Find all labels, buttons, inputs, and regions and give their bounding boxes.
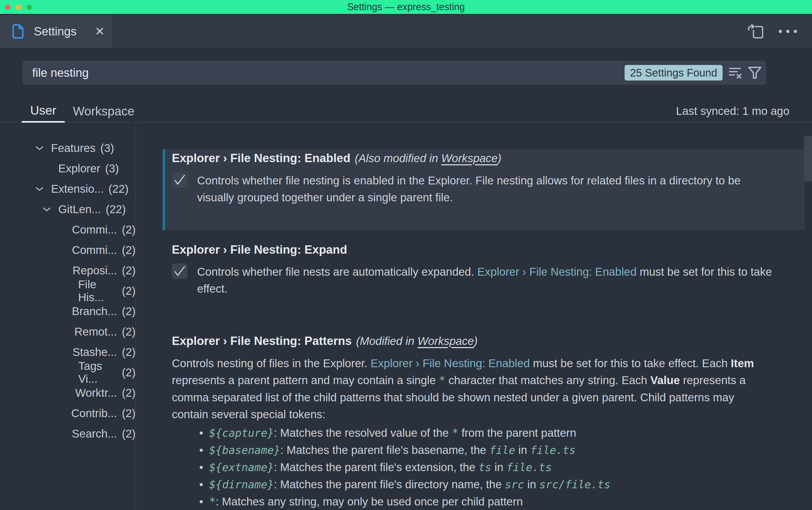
- workspace-link[interactable]: Workspace: [417, 335, 474, 347]
- desc-text: : Matches the parent file's directory na…: [274, 478, 505, 491]
- traffic-lights: [0, 0, 32, 14]
- setting-row[interactable]: Explorer › File Nesting: Enabled(Also mo…: [163, 149, 805, 230]
- desc-text: Item: [731, 357, 754, 370]
- token-list: ${capture}: Matches the resolved value o…: [172, 424, 794, 510]
- desc-text: ${capture}: [209, 427, 274, 439]
- desc-text: Value: [650, 374, 680, 387]
- token-text: ${extname}: Matches the parent file's ex…: [209, 459, 552, 476]
- desc-text: *: [209, 496, 215, 508]
- desc-text: character that matches any string. Each: [445, 374, 650, 387]
- token-list-item: ${extname}: Matches the parent file's ex…: [172, 459, 794, 476]
- setting-title: Explorer › File Nesting: Patterns: [172, 334, 352, 347]
- setting-description: Controls whether file nests are automati…: [197, 263, 777, 297]
- desc-text: represents a parent pattern and may cont…: [172, 374, 439, 387]
- desc-text: must be set for this to take effect. Eac…: [530, 357, 731, 370]
- tab-settings[interactable]: Settings ✕: [0, 15, 112, 48]
- tab-label: Settings: [34, 25, 77, 38]
- last-synced-status: Last synced: 1 mo ago: [676, 99, 789, 123]
- setting-title-line: Explorer › File Nesting: Expand: [172, 242, 794, 257]
- desc-text: in: [524, 478, 539, 491]
- setting-title-line: Explorer › File Nesting: Patterns(Modifi…: [172, 334, 794, 349]
- desc-text: Controls whether file nests are automati…: [197, 266, 477, 278]
- setting-row[interactable]: Explorer › File Nesting: ExpandControls …: [163, 241, 805, 321]
- desc-text: ts: [478, 461, 491, 474]
- checkmark-icon: [173, 265, 186, 277]
- setting-control: Controls whether file nests are automati…: [172, 263, 794, 297]
- settings-file-icon: [12, 24, 24, 39]
- desc-text: src: [505, 478, 524, 491]
- open-settings-json-icon[interactable]: [747, 23, 765, 40]
- desc-text: : Matches any string, may only be used o…: [215, 495, 523, 508]
- desc-text: file: [489, 444, 515, 456]
- tab-workspace[interactable]: Workspace: [65, 99, 142, 123]
- results-count-badge: 25 Settings Found: [625, 65, 723, 81]
- desc-text: file.ts: [506, 461, 552, 474]
- setting-description: Controls whether file nesting is enabled…: [197, 172, 777, 206]
- desc-text: ${basename}: [209, 444, 280, 456]
- setting-title: Explorer › File Nesting: Enabled: [172, 151, 350, 164]
- scrollbar-thumb[interactable]: [804, 136, 812, 182]
- setting-row[interactable]: Explorer › File Nesting: Patterns(Modifi…: [163, 332, 805, 510]
- checkmark-icon: [173, 174, 186, 186]
- window-title: Settings — express_testing: [347, 1, 465, 12]
- desc-text: src/file.ts: [539, 478, 610, 491]
- modified-note-prefix: (Modified in: [356, 335, 417, 347]
- setting-control: Controls whether file nesting is enabled…: [172, 172, 794, 206]
- close-tab-icon[interactable]: ✕: [95, 26, 105, 37]
- token-list-item: ${capture}: Matches the resolved value o…: [172, 424, 794, 442]
- setting-description: Controls nesting of files in the Explore…: [172, 355, 773, 423]
- desc-text: : Matches the resolved value of the: [274, 426, 452, 439]
- settings-list: Explorer › File Nesting: Enabled(Also mo…: [0, 123, 812, 510]
- token-text: ${capture}: Matches the resolved value o…: [209, 424, 576, 442]
- setting-reference-link[interactable]: Explorer › File Nesting: Enabled: [477, 266, 637, 278]
- token-list-item: ${dirname}: Matches the parent file's di…: [172, 476, 794, 493]
- desc-text: in: [515, 444, 530, 456]
- close-window-button[interactable]: [5, 5, 10, 10]
- setting-title-line: Explorer › File Nesting: Enabled(Also mo…: [172, 151, 794, 166]
- window-titlebar: Settings — express_testing: [0, 0, 812, 14]
- desc-text: in: [491, 461, 506, 474]
- clear-search-results-icon[interactable]: [728, 66, 742, 80]
- token-list-item: ${basename}: Matches the parent file's b…: [172, 442, 794, 459]
- modified-note: (Also modified in Workspace): [355, 152, 501, 164]
- minimize-window-button[interactable]: [16, 5, 21, 10]
- token-text: *: Matches any string, may only be used …: [209, 493, 523, 510]
- zoom-window-button[interactable]: [27, 5, 32, 10]
- desc-text: *: [439, 374, 445, 387]
- editor-tab-strip: Settings ✕: [0, 15, 812, 48]
- setting-title: Explorer › File Nesting: Expand: [172, 243, 347, 256]
- setting-checkbox[interactable]: [172, 172, 187, 188]
- modified-note: (Modified in Workspace): [356, 335, 478, 347]
- desc-text: : Matches the parent file's basename, th…: [280, 444, 489, 456]
- token-text: ${basename}: Matches the parent file's b…: [209, 442, 575, 459]
- setting-reference-link[interactable]: Explorer › File Nesting: Enabled: [371, 357, 530, 370]
- desc-text: ${dirname}: [209, 478, 274, 491]
- desc-text: Controls nesting of files in the Explore…: [172, 357, 371, 370]
- modified-note-suffix: ): [498, 152, 501, 164]
- modified-note-suffix: ): [474, 335, 478, 347]
- token-text: ${dirname}: Matches the parent file's di…: [209, 476, 610, 493]
- desc-text: : Matches the parent file's extension, t…: [274, 461, 478, 474]
- desc-text: file.ts: [530, 444, 576, 456]
- modified-note-prefix: (Also modified in: [355, 152, 441, 164]
- search-input[interactable]: [23, 66, 625, 80]
- tab-user[interactable]: User: [22, 99, 65, 123]
- desc-text: Controls whether file nesting is enabled…: [197, 174, 741, 204]
- filter-icon[interactable]: [748, 66, 762, 80]
- token-list-item: *: Matches any string, may only be used …: [172, 493, 794, 510]
- workspace-link[interactable]: Workspace: [441, 152, 498, 164]
- setting-checkbox[interactable]: [172, 263, 187, 279]
- desc-text: *: [452, 427, 458, 439]
- desc-text: from the parent pattern: [458, 426, 576, 439]
- settings-search-bar: 25 Settings Found: [23, 61, 766, 85]
- desc-text: ${extname}: [209, 461, 274, 474]
- more-actions-icon[interactable]: [777, 29, 799, 34]
